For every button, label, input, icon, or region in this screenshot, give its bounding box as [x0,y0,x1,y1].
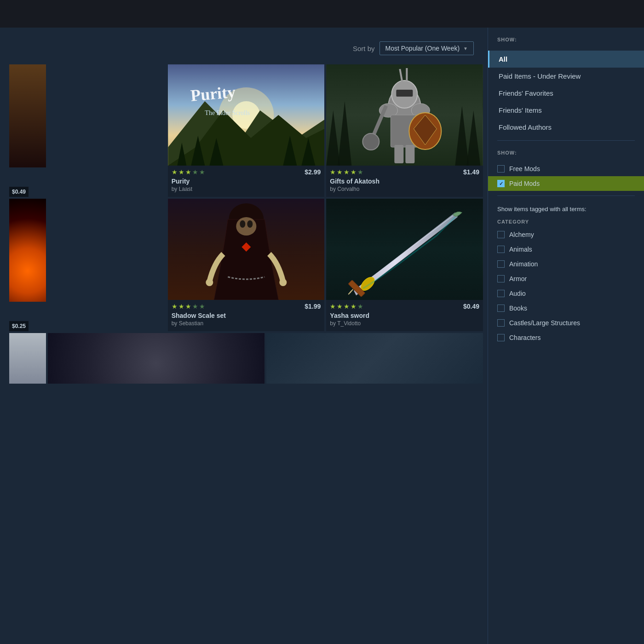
castles-label: Castles/Large Structures [509,319,580,327]
paid-mods-checkbox[interactable]: ✓ [497,180,505,187]
akatosh-meta: ★ ★ ★ ★ ★ $1.49 Gifts of Akatosh by Corv… [326,166,483,197]
top-bar [0,0,644,28]
star-2: ★ [178,303,184,310]
show-label-1: SHOW: [497,37,635,42]
akatosh-author: by Corvalho [330,186,479,192]
category-animation[interactable]: Animation [497,259,635,270]
partial-item-top[interactable]: $0.49 [9,64,166,197]
audio-label: Audio [509,290,526,297]
akatosh-price: $1.49 [463,168,479,176]
item-card-purity[interactable]: Purity The Elder Scrolls ★ ★ ★ ★ ★ [168,64,325,197]
category-items-list: Alchemy Animals Animation Armor Audio [497,229,635,343]
free-mods-label: Free Mods [509,165,540,172]
svg-text:The Elder Scrolls: The Elder Scrolls [205,109,250,116]
audio-checkbox[interactable] [497,290,505,297]
category-castles[interactable]: Castles/Large Structures [497,317,635,328]
category-animals[interactable]: Animals [497,244,635,255]
sword-meta: ★ ★ ★ ★ ★ $0.49 Yasha sword by T_Vidotto [326,300,483,331]
star-5: ★ [199,168,205,176]
category-label: CATEGORY [497,219,635,224]
star-3: ★ [344,303,350,310]
characters-checkbox[interactable] [497,334,505,341]
sword-stars: ★ ★ ★ ★ ★ [330,303,363,310]
castles-checkbox[interactable] [497,319,505,327]
akatosh-image [326,64,483,166]
svg-point-25 [363,133,380,150]
sword-price: $0.49 [463,303,479,310]
show-option-all[interactable]: All [488,51,644,68]
star-3: ★ [185,168,191,176]
armor-checkbox[interactable] [497,275,505,282]
characters-label: Characters [509,334,540,341]
show-option-followed-authors[interactable]: Followed Authors [488,119,644,136]
sidebar-divider-1 [497,140,635,141]
purity-author: by Laast [172,186,321,192]
category-characters[interactable]: Characters [497,332,635,343]
akatosh-name: Gifts of Akatosh [330,178,479,185]
star-2: ★ [178,168,184,176]
svg-point-33 [240,220,245,228]
shadow-image [168,199,325,300]
partial-item-bottom[interactable]: $0.25 [9,199,166,331]
purity-image: Purity The Elder Scrolls [168,64,325,166]
sidebar-divider-2 [497,196,635,196]
category-audio[interactable]: Audio [497,288,635,299]
sword-image [326,199,483,300]
books-label: Books [509,305,527,312]
item-card-akatosh[interactable]: ★ ★ ★ ★ ★ $1.49 Gifts of Akatosh by Corv… [326,64,483,197]
item-card-yasha[interactable]: ★ ★ ★ ★ ★ $0.49 Yasha sword by T_Vidotto [326,199,483,331]
svg-point-35 [206,279,213,286]
star-2: ★ [337,168,343,176]
items-grid: $0.49 [9,64,483,385]
category-armor[interactable]: Armor [497,273,635,284]
item-card-shadow[interactable]: ★ ★ ★ ★ ★ $1.99 Shadow Scale set by Seba… [168,199,325,331]
free-mods-checkbox-row[interactable]: Free Mods [488,161,644,176]
animals-checkbox[interactable] [497,246,505,253]
purity-name: Purity [172,178,321,185]
show-option-paid-review[interactable]: Paid Items - Under Review [488,68,644,85]
alchemy-checkbox[interactable] [497,231,505,238]
star-3: ★ [344,168,350,176]
svg-rect-19 [397,90,413,97]
show-option-friends-favorites[interactable]: Friends' Favorites [488,85,644,102]
star-4: ★ [192,168,198,176]
star-1: ★ [172,303,178,310]
partial-bottom-price: $0.25 [9,321,29,331]
akatosh-stars: ★ ★ ★ ★ ★ [330,168,363,176]
star-4: ★ [192,303,198,310]
sword-name: Yasha sword [330,312,479,319]
purity-price: $2.99 [305,168,321,176]
free-mods-checkbox[interactable] [497,165,505,172]
check-icon: ✓ [499,181,503,187]
svg-rect-27 [406,145,415,163]
partial-3-right[interactable] [266,333,483,384]
grid-row-2: $0.25 [9,199,483,331]
sort-dropdown[interactable]: Most Popular (One Week) ▼ [380,41,474,55]
purity-meta: ★ ★ ★ ★ ★ $2.99 Purity by Laast [168,166,325,197]
category-books[interactable]: Books [497,303,635,314]
star-5: ★ [357,303,363,310]
svg-rect-26 [395,145,404,163]
shadow-author: by Sebastian [172,320,321,327]
sort-label: Sort by [353,45,375,52]
sort-selected: Most Popular (One Week) [385,45,460,52]
category-alchemy[interactable]: Alchemy [497,229,635,240]
star-3: ★ [185,303,191,310]
sort-arrow-icon: ▼ [463,46,468,51]
shadow-price: $1.99 [305,303,321,310]
animals-label: Animals [509,246,532,253]
purity-stars: ★ ★ ★ ★ ★ [172,168,205,176]
show-option-friends-items[interactable]: Friends' Items [488,102,644,119]
shadow-meta: ★ ★ ★ ★ ★ $1.99 Shadow Scale set by Seba… [168,300,325,331]
books-checkbox[interactable] [497,305,505,312]
svg-point-34 [247,220,253,228]
shadow-name: Shadow Scale set [172,312,321,319]
partial-3-center[interactable] [48,333,264,384]
tags-text: Show items tagged with all terms: [497,205,635,213]
paid-mods-checkbox-row[interactable]: ✓ Paid Mods [488,176,644,191]
alchemy-label: Alchemy [509,231,534,238]
svg-point-36 [279,279,287,286]
tag-section: Show items tagged with all terms: CATEGO… [488,201,644,348]
animation-checkbox[interactable] [497,260,505,268]
star-2: ★ [337,303,343,310]
